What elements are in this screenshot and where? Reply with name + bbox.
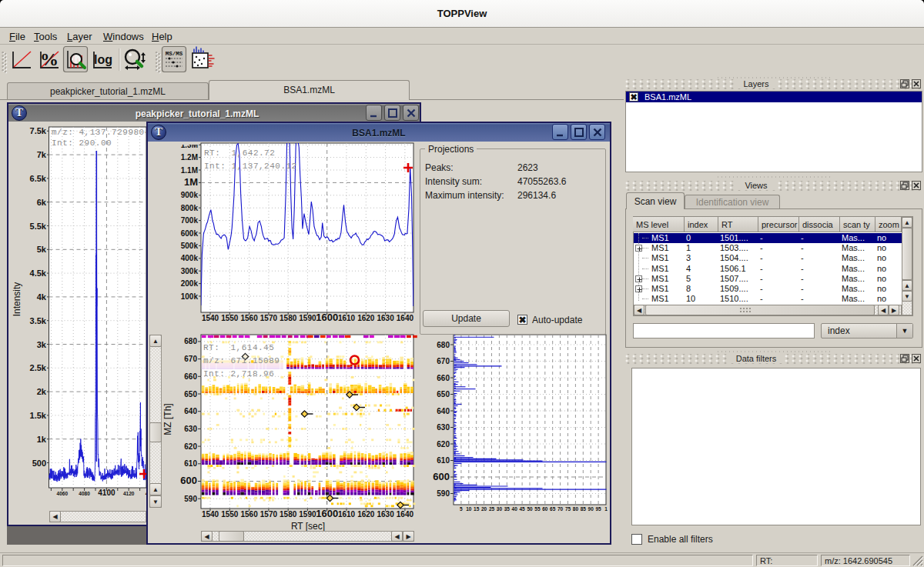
svg-text:680: 680	[437, 341, 450, 349]
svg-text:600: 600	[433, 471, 450, 482]
svg-text:40: 40	[512, 506, 518, 512]
svg-text:15: 15	[474, 506, 480, 512]
svg-text:35: 35	[504, 506, 511, 512]
svg-text:1560: 1560	[240, 314, 258, 322]
svg-text:900k: 900k	[181, 191, 199, 199]
svg-text:1550: 1550	[221, 510, 239, 519]
svg-text:800k: 800k	[181, 204, 199, 212]
svg-text:700k: 700k	[181, 216, 199, 225]
svg-text:590: 590	[437, 489, 450, 498]
svg-text:80: 80	[573, 506, 579, 512]
svg-text:85: 85	[581, 506, 587, 512]
svg-text:1: 1	[604, 506, 608, 512]
svg-text:1560: 1560	[240, 510, 258, 519]
svg-text:650: 650	[184, 390, 197, 399]
svg-text:1610: 1610	[338, 314, 356, 322]
svg-text:640: 640	[437, 407, 450, 415]
svg-text:1620: 1620	[357, 510, 375, 519]
svg-text:1580: 1580	[280, 314, 297, 322]
svg-text:1640: 1640	[397, 510, 414, 519]
svg-text:680: 680	[184, 337, 197, 345]
svg-text:1630: 1630	[377, 314, 394, 322]
svg-text:1570: 1570	[260, 314, 278, 322]
svg-text:10: 10	[466, 506, 472, 512]
svg-text:75: 75	[565, 506, 571, 512]
svg-text:55: 55	[534, 506, 541, 512]
svg-text:1540: 1540	[202, 510, 219, 519]
svg-text:65: 65	[550, 506, 556, 512]
svg-text:670: 670	[437, 357, 450, 365]
svg-text:650: 650	[437, 390, 450, 399]
svg-text:620: 620	[437, 440, 450, 449]
svg-text:1550: 1550	[221, 314, 239, 322]
svg-text:30: 30	[497, 506, 503, 512]
svg-text:640: 640	[184, 407, 197, 415]
svg-text:1610: 1610	[338, 510, 356, 519]
svg-text:1640: 1640	[397, 314, 414, 322]
svg-text:610: 610	[437, 456, 450, 465]
svg-text:20: 20	[481, 506, 487, 512]
svg-text:60: 60	[542, 506, 548, 512]
svg-text:95: 95	[595, 506, 601, 512]
svg-text:620: 620	[184, 442, 197, 451]
svg-text:90: 90	[588, 506, 594, 512]
svg-text:100k: 100k	[181, 292, 199, 301]
svg-text:300k: 300k	[181, 267, 199, 275]
svg-text:5: 5	[460, 506, 463, 512]
svg-text:660: 660	[437, 374, 450, 382]
svg-text:1540: 1540	[202, 314, 219, 322]
svg-text:590: 590	[184, 495, 197, 503]
svg-text:1M: 1M	[184, 176, 198, 188]
svg-text:1590: 1590	[299, 510, 316, 519]
svg-text:1620: 1620	[357, 314, 375, 322]
svg-text:50: 50	[527, 506, 533, 512]
svg-text:1.1M: 1.1M	[181, 166, 198, 175]
svg-text:600k: 600k	[181, 229, 199, 238]
svg-text:500k: 500k	[181, 242, 199, 250]
svg-text:1630: 1630	[377, 510, 394, 519]
svg-text:1570: 1570	[260, 510, 278, 519]
svg-text:45: 45	[519, 506, 525, 512]
svg-text:670: 670	[184, 355, 197, 363]
svg-text:600: 600	[180, 475, 197, 486]
svg-text:1.3M: 1.3M	[181, 141, 198, 149]
svg-text:630: 630	[184, 425, 197, 433]
svg-text:25: 25	[489, 506, 495, 512]
svg-text:1.2M: 1.2M	[181, 153, 198, 162]
svg-text:660: 660	[184, 372, 197, 381]
svg-text:1590: 1590	[299, 314, 316, 322]
svg-text:70: 70	[557, 506, 564, 512]
svg-text:200k: 200k	[181, 279, 199, 288]
svg-text:400k: 400k	[181, 254, 199, 262]
svg-text:630: 630	[437, 423, 450, 432]
svg-text:610: 610	[184, 459, 197, 468]
svg-text:1580: 1580	[280, 510, 297, 519]
